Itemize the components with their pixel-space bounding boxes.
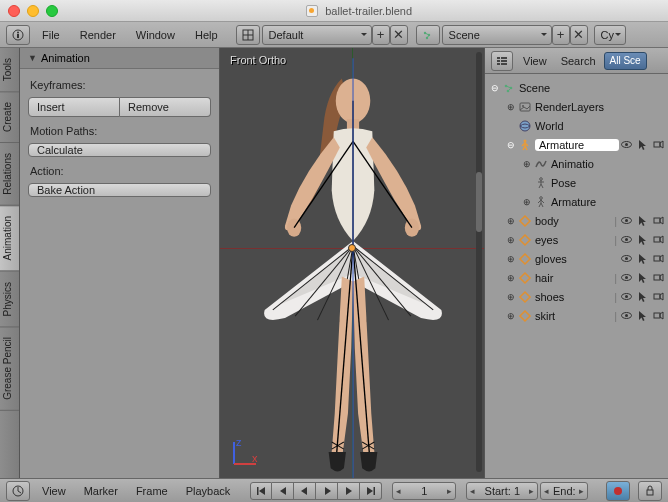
collapse-icon[interactable]: ⊖ <box>505 140 517 150</box>
screen-layout-icon[interactable] <box>236 25 260 45</box>
outliner-search-menu[interactable]: Search <box>555 52 602 70</box>
expand-icon[interactable]: ⊕ <box>505 292 517 302</box>
selectable-icon[interactable] <box>635 232 650 247</box>
viewport-scrollbar[interactable] <box>476 52 482 472</box>
expand-icon[interactable]: ⊕ <box>521 197 533 207</box>
layout-remove-button[interactable]: ✕ <box>390 25 408 45</box>
menu-window[interactable]: Window <box>126 25 185 45</box>
tab-tools[interactable]: Tools <box>0 48 19 92</box>
visibility-icon[interactable] <box>619 137 634 152</box>
selectable-icon[interactable] <box>635 213 650 228</box>
tree-node-shoes[interactable]: ⊕shoes| <box>485 287 668 306</box>
tree-node-pose[interactable]: Pose <box>485 173 668 192</box>
tree-node-armature[interactable]: ⊖Armature <box>485 135 668 154</box>
maximize-window-icon[interactable] <box>46 5 58 17</box>
expand-icon[interactable]: ⊕ <box>505 216 517 226</box>
selectable-icon[interactable] <box>635 137 650 152</box>
menu-file[interactable]: File <box>32 25 70 45</box>
minimize-window-icon[interactable] <box>27 5 39 17</box>
panel-header-animation[interactable]: ▼ Animation <box>20 48 219 69</box>
outliner-editor-icon[interactable] <box>491 51 513 71</box>
visibility-icon[interactable] <box>619 251 634 266</box>
jump-end-button[interactable] <box>360 482 382 500</box>
menu-help[interactable]: Help <box>185 25 228 45</box>
tab-physics[interactable]: Physics <box>0 272 19 327</box>
current-frame-field[interactable]: 1 <box>392 482 456 500</box>
selectable-icon[interactable] <box>635 289 650 304</box>
engine-dropdown[interactable]: Cy <box>594 25 626 45</box>
expand-icon[interactable]: ⊕ <box>505 102 517 112</box>
keyframe-insert-button[interactable]: Insert <box>28 97 120 117</box>
visibility-icon[interactable] <box>619 232 634 247</box>
timeline-editor-icon[interactable] <box>6 481 30 501</box>
renderable-icon[interactable] <box>651 137 666 152</box>
tab-animation[interactable]: Animation <box>0 206 19 271</box>
layout-dropdown[interactable]: Default <box>262 25 372 45</box>
keyframe-remove-button[interactable]: Remove <box>120 97 211 117</box>
scene-dropdown[interactable]: Scene <box>442 25 552 45</box>
visibility-icon[interactable] <box>619 308 634 323</box>
outliner-filter-dropdown[interactable]: All Sce <box>604 52 647 70</box>
timeline-view-menu[interactable]: View <box>34 482 74 500</box>
next-keyframe-button[interactable] <box>338 482 360 500</box>
scene-icon[interactable] <box>416 25 440 45</box>
layout-add-button[interactable]: + <box>372 25 390 45</box>
jump-start-button[interactable] <box>250 482 272 500</box>
timeline-marker-menu[interactable]: Marker <box>76 482 126 500</box>
visibility-icon[interactable] <box>619 270 634 285</box>
timeline-frame-menu[interactable]: Frame <box>128 482 176 500</box>
end-frame-field[interactable]: End: <box>540 482 588 500</box>
selectable-icon[interactable] <box>635 251 650 266</box>
menu-render[interactable]: Render <box>70 25 126 45</box>
tree-node-animatio[interactable]: ⊕Animatio <box>485 154 668 173</box>
tree-node-world[interactable]: World <box>485 116 668 135</box>
expand-icon[interactable]: ⊕ <box>505 311 517 321</box>
tree-node-eyes[interactable]: ⊕eyes| <box>485 230 668 249</box>
lock-time-icon[interactable] <box>638 481 662 501</box>
auto-keyframe-icon[interactable] <box>606 481 630 501</box>
prev-keyframe-button[interactable] <box>272 482 294 500</box>
expand-icon[interactable]: ⊕ <box>505 273 517 283</box>
3d-viewport[interactable]: Front Ortho <box>220 48 484 502</box>
tree-node-skirt[interactable]: ⊕skirt| <box>485 306 668 325</box>
expand-icon[interactable]: ⊕ <box>521 159 533 169</box>
tree-node-renderlayers[interactable]: ⊕RenderLayers <box>485 97 668 116</box>
renderable-icon[interactable] <box>651 270 666 285</box>
info-editor-icon[interactable] <box>6 25 30 45</box>
renderable-icon[interactable] <box>651 308 666 323</box>
collapse-icon[interactable]: ⊖ <box>489 83 501 93</box>
outliner-tree[interactable]: ⊖Scene⊕RenderLayersWorld⊖Armature⊕Animat… <box>485 74 668 502</box>
outliner-view-menu[interactable]: View <box>517 52 553 70</box>
scene-remove-button[interactable]: ✕ <box>570 25 588 45</box>
scrollbar-thumb[interactable] <box>476 172 482 232</box>
scene-add-button[interactable]: + <box>552 25 570 45</box>
visibility-icon[interactable] <box>619 213 634 228</box>
svg-line-70 <box>539 203 541 207</box>
visibility-icon[interactable] <box>619 289 634 304</box>
renderable-icon[interactable] <box>651 232 666 247</box>
tree-node-scene[interactable]: ⊖Scene <box>485 78 668 97</box>
tab-relations[interactable]: Relations <box>0 143 19 206</box>
play-reverse-button[interactable] <box>294 482 316 500</box>
start-frame-field[interactable]: Start: 1 <box>466 482 538 500</box>
svg-point-50 <box>520 121 530 131</box>
expand-icon[interactable]: ⊕ <box>505 254 517 264</box>
play-button[interactable] <box>316 482 338 500</box>
calculate-button[interactable]: Calculate <box>28 143 211 157</box>
tree-node-gloves[interactable]: ⊕gloves <box>485 249 668 268</box>
node-label: Armature <box>535 139 619 151</box>
tree-node-hair[interactable]: ⊕hair| <box>485 268 668 287</box>
renderable-icon[interactable] <box>651 251 666 266</box>
tree-node-armature[interactable]: ⊕Armature <box>485 192 668 211</box>
renderable-icon[interactable] <box>651 289 666 304</box>
bake-action-button[interactable]: Bake Action <box>28 183 211 197</box>
selectable-icon[interactable] <box>635 308 650 323</box>
timeline-playback-menu[interactable]: Playback <box>178 482 239 500</box>
expand-icon[interactable]: ⊕ <box>505 235 517 245</box>
tab-create[interactable]: Create <box>0 92 19 143</box>
renderable-icon[interactable] <box>651 213 666 228</box>
tree-node-body[interactable]: ⊕body| <box>485 211 668 230</box>
tab-grease-pencil[interactable]: Grease Pencil <box>0 327 19 411</box>
close-window-icon[interactable] <box>8 5 20 17</box>
selectable-icon[interactable] <box>635 270 650 285</box>
